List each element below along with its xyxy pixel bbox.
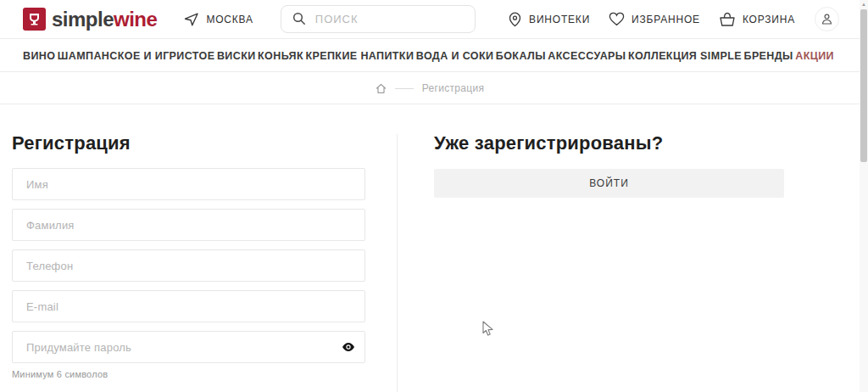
wine-glass-logo-icon: [23, 8, 46, 31]
account-button[interactable]: [815, 7, 839, 31]
registration-page: simplewine МОСКВА: [0, 0, 868, 392]
basket-icon: [719, 12, 736, 27]
home-icon[interactable]: [376, 83, 387, 94]
vertical-scrollbar[interactable]: ▲: [860, 0, 868, 392]
search-bar: [281, 5, 476, 33]
first-name-input[interactable]: [12, 168, 365, 200]
phone-input[interactable]: [12, 249, 365, 282]
wine-shops-link[interactable]: ВИНОТЕКИ: [508, 12, 590, 27]
user-icon: [821, 13, 833, 25]
favorites-link[interactable]: ИЗБРАННОЕ: [609, 12, 700, 26]
last-name-field: [12, 209, 365, 241]
login-column: Уже зарегистрированы? ВОЙТИ: [434, 105, 784, 198]
first-name-field: [12, 168, 365, 200]
navigation-arrow-icon: [184, 13, 199, 26]
column-divider: [397, 134, 398, 392]
nav-item-accessories[interactable]: АКСЕССУАРЫ: [548, 50, 626, 62]
logo-text: simplewine: [52, 9, 157, 30]
nav-item-champagne[interactable]: ШАМПАНСКОЕ И ИГРИСТОЕ: [58, 50, 215, 62]
registration-form: Минимум 6 символов: [12, 168, 365, 379]
search-input[interactable]: [281, 5, 476, 33]
nav-item-spirits[interactable]: КРЕПКИЕ НАПИТКИ: [305, 50, 414, 62]
show-password-eye-icon[interactable]: [342, 342, 355, 352]
main-content: Регистрация: [0, 105, 860, 392]
city-label: МОСКВА: [206, 14, 253, 25]
nav-item-brands[interactable]: БРЕНДЫ: [744, 50, 793, 62]
nav-item-glasses[interactable]: БОКАЛЫ: [496, 50, 546, 62]
nav-item-wine[interactable]: ВИНО: [23, 50, 55, 62]
main-nav: ВИНО ШАМПАНСКОЕ И ИГРИСТОЕ ВИСКИ КОНЬЯК …: [0, 40, 860, 72]
already-registered-title: Уже зарегистрированы?: [434, 132, 784, 154]
password-input[interactable]: [12, 331, 365, 363]
breadcrumb-separator: [395, 88, 414, 89]
registration-title: Регистрация: [12, 132, 365, 154]
password-field: [12, 331, 365, 363]
logo-text-simple: simple: [52, 8, 114, 31]
cart-label: КОРЗИНА: [743, 14, 795, 25]
wine-shops-label: ВИНОТЕКИ: [529, 14, 590, 25]
scrollbar-thumb[interactable]: [860, 9, 867, 162]
registration-column: Регистрация: [12, 105, 365, 379]
login-button[interactable]: ВОЙТИ: [434, 169, 784, 198]
breadcrumb-current: Регистрация: [422, 82, 484, 94]
search-icon: [292, 12, 306, 25]
breadcrumb: Регистрация: [0, 73, 860, 104]
logo-text-wine: wine: [114, 8, 157, 31]
password-hint: Минимум 6 символов: [12, 369, 365, 379]
nav-item-promotions[interactable]: АКЦИИ: [795, 50, 834, 62]
last-name-input[interactable]: [12, 209, 365, 241]
nav-item-whisky[interactable]: ВИСКИ: [217, 50, 256, 62]
header-links: ВИНОТЕКИ ИЗБРАННОЕ КОРЗИНА: [489, 12, 795, 27]
cart-link[interactable]: КОРЗИНА: [719, 12, 795, 27]
nav-item-cognac[interactable]: КОНЬЯК: [258, 50, 303, 62]
favorites-label: ИЗБРАННОЕ: [632, 14, 700, 25]
email-field: [12, 290, 365, 322]
phone-field: [12, 249, 365, 282]
nav-item-collection-simple[interactable]: КОЛЛЕКЦИЯ SIMPLE: [628, 50, 742, 62]
nav-item-water-juice[interactable]: ВОДА И СОКИ: [416, 50, 494, 62]
city-selector[interactable]: МОСКВА: [184, 13, 253, 26]
heart-icon: [609, 12, 625, 26]
logo[interactable]: simplewine: [23, 8, 157, 31]
scrollbar-up-arrow[interactable]: ▲: [860, 1, 868, 8]
email-input[interactable]: [12, 290, 365, 322]
map-pin-icon: [508, 12, 522, 27]
top-header: simplewine МОСКВА: [0, 0, 860, 39]
